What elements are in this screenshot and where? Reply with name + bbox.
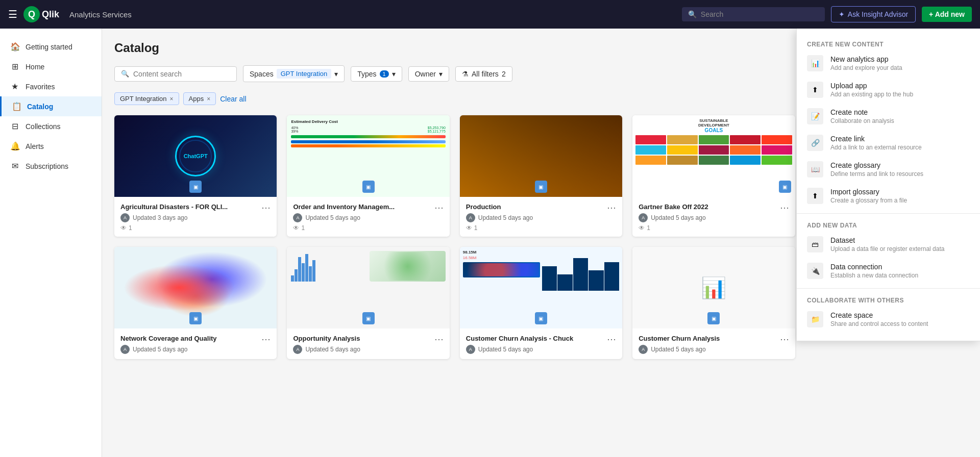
spaces-label: Spaces xyxy=(250,70,274,78)
dropdown-item-new-analytics-app[interactable]: 📊 New analytics app Add and explore your… xyxy=(797,50,980,77)
content-search[interactable]: 🔍 xyxy=(114,66,237,82)
eye-icon-goals: 👁 xyxy=(639,224,645,232)
owner-label: Owner xyxy=(415,70,436,78)
dataset-subtitle: Upload a data file or register external … xyxy=(830,245,944,252)
sidebar-item-collections[interactable]: ⊟ Collections xyxy=(0,116,102,136)
create-space-subtitle: Share and control access to content xyxy=(830,320,928,327)
dropdown-create-title: Create new content xyxy=(797,37,980,50)
avatar-goals: A xyxy=(639,213,648,222)
all-filters-label: All filters xyxy=(472,70,499,78)
app-updated-network: Updated 5 days ago xyxy=(133,346,187,353)
app-badge-opportunity: ▣ xyxy=(362,312,375,324)
getting-started-icon: 🏠 xyxy=(10,42,19,52)
app-card-network[interactable]: ▣ Network Coverage and Quality ⋯ A Updat… xyxy=(114,247,277,359)
data-connection-icon: 🔌 xyxy=(807,263,823,279)
dropdown-item-create-link[interactable]: 🔗 Create link Add a link to an external … xyxy=(797,130,980,156)
spaces-filter[interactable]: Spaces GPT Integration ▾ xyxy=(243,65,345,82)
content-search-input[interactable] xyxy=(133,70,230,78)
all-filters-button[interactable]: ⚗ All filters 2 xyxy=(455,66,512,82)
sidebar-item-catalog[interactable]: 📋 Catalog xyxy=(0,96,102,116)
avatar-network: A xyxy=(120,345,130,354)
all-filters-badge: 2 xyxy=(502,70,506,78)
filter-tag-gpt-close-icon[interactable]: × xyxy=(170,95,174,103)
dropdown-item-dataset[interactable]: 🗃 Dataset Upload a data file or register… xyxy=(797,231,980,258)
app-more-inventory[interactable]: ⋯ xyxy=(434,202,444,213)
dropdown-item-create-glossary[interactable]: 📖 Create glossary Define terms and link … xyxy=(797,156,980,183)
spaces-chevron-icon: ▾ xyxy=(334,70,338,78)
app-name-churn-chuck: Customer Churn Analysis - Chuck xyxy=(466,335,573,342)
sidebar-item-home[interactable]: ⊞ Home xyxy=(0,57,102,77)
subscriptions-icon: ✉ xyxy=(10,161,19,171)
collections-icon: ⊟ xyxy=(10,121,19,131)
chatgpt-ring: ChatGPT xyxy=(175,136,216,176)
avatar-churn-chuck: A xyxy=(466,345,475,354)
logo: Q Qlik xyxy=(23,6,59,22)
catalog-icon: 📋 xyxy=(12,101,21,111)
sidebar-label-collections: Collections xyxy=(26,122,60,131)
add-new-label: + Add new xyxy=(929,10,965,18)
views-goals: 1 xyxy=(647,224,650,232)
app-thumb-churn2: 📊 ▣ xyxy=(632,247,795,328)
filter-tag-gpt[interactable]: GPT Integration × xyxy=(114,92,179,105)
sidebar-item-favorites[interactable]: ★ Favorites xyxy=(0,77,102,96)
create-glossary-subtitle: Define terms and link to resources xyxy=(830,170,923,177)
sidebar-label-subscriptions: Subscriptions xyxy=(26,162,68,170)
new-analytics-icon: 📊 xyxy=(807,55,823,71)
dropdown-item-data-connection[interactable]: 🔌 Data connection Establish a new data c… xyxy=(797,258,980,284)
dropdown-data-title: Add new data xyxy=(797,218,980,231)
import-glossary-subtitle: Create a glossary from a file xyxy=(830,197,907,204)
insight-advisor-button[interactable]: ✦ Ask Insight Advisor xyxy=(831,6,916,22)
hamburger-menu[interactable]: ☰ xyxy=(8,8,17,20)
dataset-icon: 🗃 xyxy=(807,236,823,252)
app-badge-network: ▣ xyxy=(189,312,202,324)
add-new-dropdown: Create new content 📊 New analytics app A… xyxy=(796,29,980,341)
import-glossary-icon: ⬆ xyxy=(807,188,823,204)
app-more-churn-chuck[interactable]: ⋯ xyxy=(607,334,616,345)
app-thumb-inventory: Estimated Delivery Cost 40%$5,253,790 39… xyxy=(287,115,449,197)
create-note-title: Create note xyxy=(830,108,894,116)
search-input[interactable] xyxy=(701,10,819,18)
app-card-chatgpt[interactable]: ChatGPT ▣ Agricultural Disasters - FOR Q… xyxy=(114,115,277,237)
app-card-inventory[interactable]: Estimated Delivery Cost 40%$5,253,790 39… xyxy=(287,115,449,237)
app-updated-goals: Updated 5 days ago xyxy=(651,214,705,221)
add-new-button[interactable]: + Add new xyxy=(922,7,972,22)
app-card-goals[interactable]: SUSTAINABLEDEVELOPMENTGOALS xyxy=(632,115,795,237)
types-filter[interactable]: Types 1 ▾ xyxy=(351,66,402,82)
dropdown-item-import-glossary[interactable]: ⬆ Import glossary Create a glossary from… xyxy=(797,183,980,209)
app-more-production[interactable]: ⋯ xyxy=(607,202,616,213)
filter-tag-apps-close-icon[interactable]: × xyxy=(207,95,210,103)
app-more-opportunity[interactable]: ⋯ xyxy=(434,334,444,345)
app-more-churn2[interactable]: ⋯ xyxy=(780,334,789,345)
new-analytics-subtitle: Add and explore your data xyxy=(830,64,902,71)
app-card-churn2[interactable]: 📊 ▣ Customer Churn Analysis ⋯ A Updated … xyxy=(632,247,795,359)
create-note-icon: 📝 xyxy=(807,108,823,124)
dropdown-item-upload-app[interactable]: ⬆ Upload app Add an existing app to the … xyxy=(797,77,980,103)
app-name-churn2: Customer Churn Analysis xyxy=(639,335,720,342)
app-card-opportunity[interactable]: ▣ Opportunity Analysis ⋯ A Updated 5 day… xyxy=(287,247,449,359)
sidebar-item-getting-started[interactable]: 🏠 Getting started xyxy=(0,37,102,57)
dropdown-item-create-space[interactable]: 📁 Create space Share and control access … xyxy=(797,306,980,333)
app-badge-production: ▣ xyxy=(535,181,547,193)
sidebar-item-alerts[interactable]: 🔔 Alerts xyxy=(0,136,102,156)
top-navigation: ☰ Q Qlik Analytics Services 🔍 ✦ Ask Insi… xyxy=(0,0,980,29)
app-title: Analytics Services xyxy=(69,10,132,19)
types-label: Types xyxy=(357,70,376,78)
app-card-production[interactable]: ▣ Production ⋯ A Updated 5 days ago 👁 1 xyxy=(460,115,622,237)
app-more-goals[interactable]: ⋯ xyxy=(780,202,789,213)
filter-tag-apps[interactable]: Apps × xyxy=(183,92,216,105)
eye-icon-inventory: 👁 xyxy=(293,224,299,232)
app-more-network[interactable]: ⋯ xyxy=(261,334,271,345)
spaces-value: GPT Integration xyxy=(277,69,332,79)
clear-all-button[interactable]: Clear all xyxy=(220,95,246,103)
owner-filter[interactable]: Owner ▾ xyxy=(408,66,449,82)
upload-app-icon: ⬆ xyxy=(807,82,823,98)
owner-chevron-icon: ▾ xyxy=(439,70,443,78)
sidebar: 🏠 Getting started ⊞ Home ★ Favorites 📋 C… xyxy=(0,29,102,457)
app-more-chatgpt[interactable]: ⋯ xyxy=(261,202,271,213)
global-search[interactable]: 🔍 xyxy=(682,7,825,21)
create-link-subtitle: Add a link to an external resource xyxy=(830,144,922,151)
sidebar-item-subscriptions[interactable]: ✉ Subscriptions xyxy=(0,156,102,176)
eye-icon-production: 👁 xyxy=(466,224,472,232)
app-card-churn-chuck[interactable]: 98.15M 16.58M xyxy=(460,247,622,359)
dropdown-item-create-note[interactable]: 📝 Create note Collaborate on analysis xyxy=(797,103,980,130)
